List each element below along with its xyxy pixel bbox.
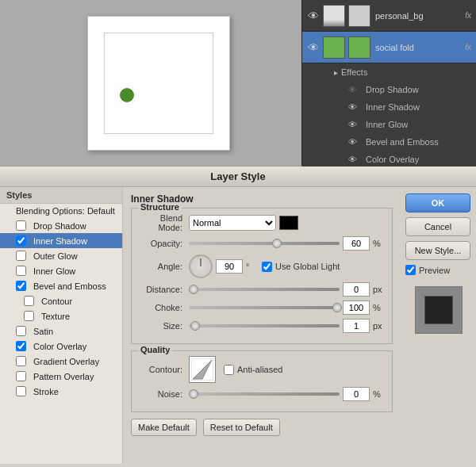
- inner-glow-checkbox[interactable]: [16, 266, 26, 276]
- style-contour[interactable]: Contour: [0, 293, 122, 308]
- distance-label: Distance:: [138, 285, 186, 294]
- ok-button[interactable]: OK: [405, 193, 470, 212]
- style-gradient-overlay[interactable]: Gradient Overlay: [0, 354, 122, 369]
- anti-aliased-checkbox[interactable]: [224, 365, 234, 375]
- effect-eye-icon[interactable]: 👁: [348, 102, 363, 112]
- use-global-light-checkbox[interactable]: [262, 262, 272, 272]
- color-overlay-checkbox[interactable]: [16, 341, 26, 351]
- layer-style-dialog: Layer Style Styles Blending Options: Def…: [0, 167, 476, 467]
- structure-title: Structure: [138, 202, 182, 212]
- style-label: Contour: [41, 297, 72, 306]
- contour-checkbox[interactable]: [24, 296, 34, 306]
- contour-thumbnail[interactable]: [189, 356, 216, 383]
- distance-thumb[interactable]: [189, 285, 198, 294]
- opacity-thumb[interactable]: [272, 239, 282, 248]
- effect-eye-icon[interactable]: 👁: [348, 120, 363, 129]
- choke-unit: %: [373, 303, 386, 312]
- color-swatch[interactable]: [279, 216, 298, 230]
- style-inner-glow[interactable]: Inner Glow: [0, 263, 122, 278]
- gradient-overlay-checkbox[interactable]: [16, 356, 26, 366]
- opacity-track: [189, 242, 340, 245]
- opacity-label: Opacity:: [138, 239, 186, 248]
- blend-mode-select[interactable]: Normal: [189, 215, 276, 231]
- inner-shadow-checkbox[interactable]: [16, 235, 26, 246]
- anti-aliased-label: Anti-aliased: [237, 365, 282, 374]
- opacity-unit: %: [373, 239, 386, 248]
- pattern-overlay-checkbox[interactable]: [16, 371, 26, 381]
- right-buttons-panel: OK Cancel New Style... Preview: [401, 187, 476, 464]
- size-slider[interactable]: [189, 321, 340, 331]
- noise-row: Noise: 0 %: [138, 387, 386, 401]
- stroke-checkbox[interactable]: [16, 386, 26, 396]
- quality-title: Quality: [138, 345, 172, 354]
- make-default-button[interactable]: Make Default: [131, 419, 197, 436]
- preview-row: Preview: [405, 265, 471, 275]
- texture-checkbox[interactable]: [24, 311, 34, 321]
- noise-input[interactable]: 0: [343, 387, 370, 401]
- style-inner-shadow[interactable]: Inner Shadow: [0, 233, 122, 248]
- global-light-row: Use Global Light: [262, 262, 340, 272]
- style-label: Color Overlay: [33, 342, 86, 351]
- reset-to-default-button[interactable]: Reset to Default: [203, 419, 280, 436]
- layer-row[interactable]: 👁 personal_bg fx: [302, 0, 476, 32]
- size-thumb[interactable]: [190, 321, 200, 331]
- effect-eye-icon[interactable]: 👁: [348, 85, 363, 94]
- styles-panel-header: Styles: [0, 187, 122, 204]
- angle-input[interactable]: 90: [216, 259, 243, 274]
- visibility-icon[interactable]: 👁: [305, 41, 321, 54]
- cancel-button[interactable]: Cancel: [405, 217, 470, 236]
- style-label: Stroke: [33, 387, 59, 396]
- noise-slider[interactable]: [189, 389, 340, 399]
- choke-thumb[interactable]: [332, 303, 342, 312]
- styles-panel: Styles Blending Options: Default Drop Sh…: [0, 187, 123, 464]
- style-texture[interactable]: Texture: [0, 308, 122, 323]
- noise-thumb[interactable]: [189, 389, 198, 399]
- effect-name: Inner Shadow: [366, 102, 420, 112]
- bottom-buttons: Make Default Reset to Default: [131, 419, 393, 436]
- choke-input[interactable]: 100: [343, 300, 370, 315]
- outer-glow-checkbox[interactable]: [16, 251, 26, 261]
- layer-thumbnail-green: [323, 36, 345, 59]
- style-pattern-overlay[interactable]: Pattern Overlay: [0, 369, 122, 384]
- style-stroke[interactable]: Stroke: [0, 384, 122, 399]
- size-label: Size:: [138, 321, 186, 331]
- effect-name: Inner Glow: [366, 120, 408, 129]
- opacity-slider[interactable]: [189, 239, 340, 248]
- choke-slider[interactable]: [189, 303, 340, 312]
- effect-drop-shadow[interactable]: 👁 Drop Shadow: [334, 81, 476, 98]
- blend-mode-row: Blend Mode: Normal: [138, 213, 386, 232]
- distance-slider[interactable]: [189, 285, 340, 294]
- visibility-icon[interactable]: 👁: [305, 10, 321, 22]
- effect-eye-icon[interactable]: 👁: [348, 155, 363, 164]
- style-drop-shadow[interactable]: Drop Shadow: [0, 218, 122, 233]
- effect-color-overlay[interactable]: 👁 Color Overlay: [334, 151, 476, 168]
- thumb-monitor: [324, 6, 344, 26]
- anti-aliased-row: Anti-aliased: [224, 365, 282, 375]
- style-blending-options[interactable]: Blending Options: Default: [0, 204, 122, 218]
- effect-inner-shadow[interactable]: 👁 Inner Shadow: [334, 98, 476, 116]
- layer-name-social: social fold: [374, 43, 465, 52]
- angle-dial[interactable]: [189, 255, 213, 278]
- style-satin[interactable]: Satin: [0, 323, 122, 339]
- contour-svg: [191, 358, 213, 381]
- style-color-overlay[interactable]: Color Overlay: [0, 339, 122, 354]
- distance-track: [189, 288, 340, 291]
- style-outer-glow[interactable]: Outer Glow: [0, 248, 122, 263]
- satin-checkbox[interactable]: [16, 326, 26, 336]
- opacity-row: Opacity: 60 %: [138, 236, 386, 251]
- preview-checkbox[interactable]: [405, 265, 416, 275]
- style-blending-label: Blending Options: Default: [16, 206, 115, 216]
- opacity-input[interactable]: 60: [343, 236, 370, 251]
- layer-row-active[interactable]: 👁 social fold fx: [302, 32, 476, 63]
- drop-shadow-checkbox[interactable]: [16, 220, 26, 231]
- size-input[interactable]: 1: [343, 319, 370, 333]
- style-bevel-emboss[interactable]: Bevel and Emboss: [0, 278, 122, 293]
- choke-row: Choke: 100 %: [138, 300, 386, 315]
- new-style-button[interactable]: New Style...: [405, 241, 470, 260]
- effect-inner-glow[interactable]: 👁 Inner Glow: [334, 116, 476, 133]
- effect-eye-icon[interactable]: 👁: [348, 137, 363, 147]
- green-dot: [120, 88, 134, 102]
- distance-input[interactable]: 0: [343, 282, 370, 297]
- bevel-emboss-checkbox[interactable]: [16, 281, 26, 291]
- effect-bevel-emboss[interactable]: 👁 Bevel and Emboss: [334, 133, 476, 151]
